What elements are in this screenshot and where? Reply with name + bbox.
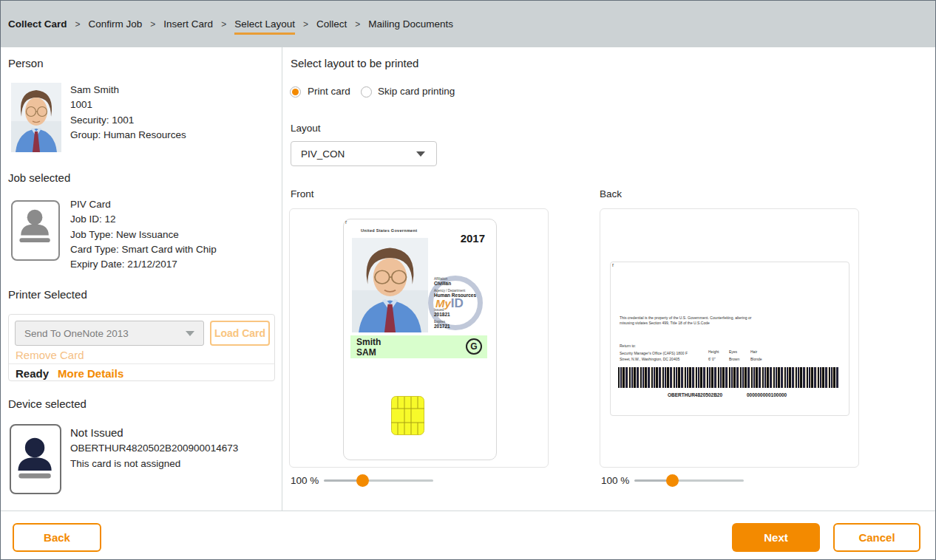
left-panel-divider: [282, 47, 282, 511]
layout-select-caret-icon: [416, 151, 425, 157]
expires-value: 201721: [434, 324, 496, 329]
back-card-return-label: Return to:: [620, 344, 636, 348]
back-card-hair: HairBlonde: [750, 349, 762, 361]
job-id: Job ID: 12: [70, 212, 217, 227]
back-card-corner-mark: r: [612, 262, 614, 267]
job-heading: Job selected: [8, 171, 70, 184]
front-card-badge-letter: G: [466, 338, 482, 355]
front-zoom-thumb[interactable]: [356, 474, 369, 487]
device-status: Not Issued: [70, 425, 238, 440]
back-zoom-track[interactable]: [673, 479, 744, 482]
job-details: PIV Card Job ID: 12 Job Type: New Issuan…: [70, 197, 217, 272]
breadcrumb-separator: >: [221, 19, 226, 30]
cancel-button[interactable]: Cancel: [833, 523, 920, 552]
printer-status-row: ReadyMore Details: [16, 367, 123, 380]
print-card-radio-label[interactable]: Print card: [308, 86, 350, 97]
front-zoom-value: 100 %: [291, 475, 319, 486]
person-security: Security: 1001: [70, 113, 186, 128]
front-card-fields: Affiliation Civilian Agency / Department…: [434, 274, 496, 329]
printer-status: Ready: [16, 367, 49, 380]
person-heading: Person: [8, 57, 44, 69]
remove-card-link[interactable]: Remove Card: [16, 349, 84, 361]
front-card-issuer: United States Government: [361, 228, 417, 233]
front-card-name-band: Smith SAM G: [350, 335, 487, 358]
back-card-address: Security Manager's Office (CAFS) 1800 F …: [620, 350, 688, 362]
breadcrumb-mailing-documents[interactable]: Mailing Documents: [368, 18, 453, 30]
breadcrumb: Collect Card > Confirm Job > Insert Card…: [1, 1, 935, 47]
breadcrumb-separator: >: [150, 19, 155, 30]
back-card-height: Height6' 0": [708, 349, 719, 361]
select-layout-heading: Select layout to be printed: [291, 57, 418, 69]
job-title: PIV Card: [70, 197, 217, 212]
front-card-photo: [352, 238, 428, 332]
back-card-legal: This credential is the property of the U…: [620, 315, 751, 326]
affiliation-value: Civilian: [434, 281, 496, 286]
printer-select[interactable]: Send To OneNote 2013: [15, 321, 204, 346]
printer-select-caret-icon: [186, 331, 194, 336]
person-photo: [11, 83, 61, 152]
back-card-barcode-text1: OBERTHUR4820502B20: [668, 392, 722, 397]
breadcrumb-collect[interactable]: Collect: [316, 18, 347, 30]
layout-select-value: PIV_CON: [301, 148, 345, 160]
back-card-eyes: EyesBrown: [729, 349, 739, 361]
front-preview-panel: r United States Government 2017: [289, 208, 549, 468]
breadcrumb-select-layout[interactable]: Select Layout: [234, 18, 295, 35]
person-details: Sam Smith 1001 Security: 1001 Group: Hum…: [70, 83, 186, 143]
front-card-chip: [391, 396, 424, 435]
device-details: Not Issued OBERTHUR4820502B200900014673 …: [70, 425, 238, 471]
breadcrumb-separator: >: [303, 19, 308, 30]
next-button[interactable]: Next: [732, 523, 820, 552]
breadcrumb-separator: >: [355, 19, 360, 30]
device-heading: Device selected: [8, 397, 87, 410]
back-label: Back: [600, 188, 622, 199]
breadcrumb-collect-card[interactable]: Collect Card: [8, 18, 67, 30]
agency-value: Human Resources: [434, 293, 496, 298]
front-card-year: 2017: [461, 232, 485, 245]
skip-card-radio[interactable]: [361, 86, 372, 98]
person-name: Sam Smith: [70, 83, 186, 98]
job-card-type: Card Type: Smart Card with Chip: [70, 242, 217, 257]
printer-box: Send To OneNote 2013 Load Card Remove Ca…: [8, 314, 275, 381]
footer: Back Next Cancel: [1, 511, 935, 560]
back-card-barcode-text2: 000000000100000: [747, 392, 787, 397]
front-card-corner-mark: r: [345, 219, 347, 225]
back-button[interactable]: Back: [13, 523, 101, 552]
skip-card-radio-label[interactable]: Skip card printing: [378, 86, 455, 97]
breadcrumb-separator: >: [75, 19, 81, 30]
front-label: Front: [291, 188, 314, 199]
device-note: This card is not assigned: [70, 456, 238, 471]
layout-select[interactable]: PIV_CON: [291, 141, 437, 166]
print-card-radio-dot: [292, 89, 299, 95]
printer-box-divider: [9, 363, 274, 364]
person-id: 1001: [70, 98, 186, 112]
device-serial: OBERTHUR4820502B200900014673: [70, 440, 238, 456]
printer-heading: Printer Selected: [8, 288, 87, 301]
back-card-preview: r This credential is the property of the…: [610, 262, 849, 416]
printer-select-value: Send To OneNote 2013: [24, 328, 129, 339]
issued-value: 201821: [434, 312, 496, 317]
breadcrumb-confirm-job[interactable]: Confirm Job: [89, 18, 143, 30]
front-card-name: Smith SAM: [356, 337, 381, 358]
back-card-barcode: [618, 367, 838, 388]
window: Collect Card > Confirm Job > Insert Card…: [0, 0, 936, 560]
front-zoom-track[interactable]: [363, 479, 433, 482]
device-card-icon: [10, 424, 61, 494]
job-type: Job Type: New Issuance: [70, 228, 217, 242]
breadcrumb-insert-card[interactable]: Insert Card: [163, 18, 213, 30]
layout-label: Layout: [291, 123, 321, 134]
job-card-icon: [11, 200, 60, 261]
print-card-radio[interactable]: [290, 86, 301, 98]
back-zoom-value: 100 %: [601, 475, 629, 486]
job-expiry: Expiry Date: 21/12/2017: [70, 257, 217, 272]
more-details-link[interactable]: More Details: [58, 367, 123, 380]
back-preview-panel: r This credential is the property of the…: [600, 208, 859, 468]
front-card-preview: r United States Government 2017: [343, 219, 497, 460]
person-group: Group: Human Resources: [70, 128, 186, 143]
load-card-button[interactable]: Load Card: [210, 321, 270, 346]
back-zoom-thumb[interactable]: [666, 474, 679, 487]
